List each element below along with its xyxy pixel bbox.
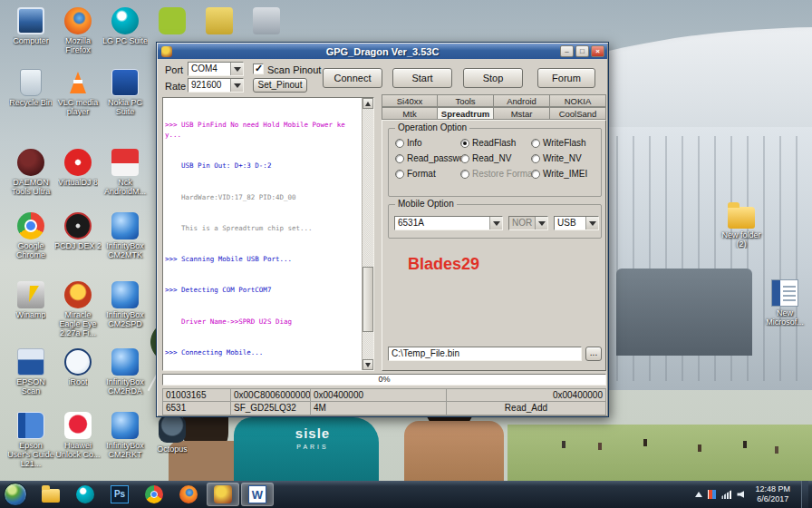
desktop-icon-recycle-bin[interactable]: Recycle Bin bbox=[7, 69, 54, 107]
desktop-icon-nck-android[interactable]: Nck AndroidM... bbox=[102, 149, 149, 196]
tab-mtk[interactable]: Mtk bbox=[382, 107, 438, 120]
desktop-icon-infinitybox-cm2mtk[interactable]: InfinityBox CM2MTK bbox=[102, 212, 149, 259]
desktop-icon-daemon-tools[interactable]: DAEMON Tools Ultra bbox=[7, 149, 54, 196]
desktop-icon-iroot[interactable]: iRoot bbox=[54, 348, 102, 386]
rate-combobox[interactable]: 921600 bbox=[188, 78, 244, 93]
desktop-icon-lg-pc-suite[interactable]: LG PC Suite bbox=[102, 7, 149, 45]
radio-format[interactable]: Format bbox=[395, 169, 460, 179]
desktop-icon-octopus[interactable]: Octopus bbox=[149, 415, 196, 454]
firefox-icon bbox=[179, 485, 198, 503]
log-panel[interactable]: >>> USB PinFind No need Hold Mobile Powe… bbox=[162, 97, 374, 371]
desktop-icon-infinitybox-cm2spd[interactable]: InfinityBox CM2SPD bbox=[102, 281, 149, 328]
desktop-icon-pcdj[interactable]: PCDJ DEX 2 bbox=[54, 212, 102, 250]
scroll-up-icon[interactable] bbox=[362, 98, 373, 109]
scan-pinout-checkbox[interactable] bbox=[253, 64, 264, 74]
chrome-icon bbox=[17, 212, 44, 239]
desktop-icon-firefox[interactable]: Mozilla Firefox bbox=[54, 7, 102, 54]
radio-write-nv[interactable]: Write_NV bbox=[531, 153, 597, 163]
desktop-icon-new-folder[interactable]: New folder (2) bbox=[718, 203, 765, 249]
desktop-icon-computer[interactable]: Computer bbox=[7, 7, 54, 45]
desktop-icon-nokia-pc-suite[interactable]: Nokia PC Suite bbox=[102, 69, 149, 116]
desktop-icon-infinitybox-cm2rda[interactable]: InfinityBox CM2RDA bbox=[102, 348, 149, 396]
desktop-icon-huawei-unlock[interactable]: Huawei Unlock Co... bbox=[54, 412, 102, 459]
tab-coolsand[interactable]: CoolSand bbox=[550, 107, 606, 120]
start-button[interactable]: Start bbox=[392, 68, 452, 88]
radio-icon[interactable] bbox=[395, 154, 404, 163]
taskbar-chrome[interactable] bbox=[138, 483, 170, 506]
save-path-field[interactable]: C:\Temp_File.bin bbox=[388, 347, 582, 361]
spreadtrum-tab-page: Operation Option Info ReadFlash WriteFla… bbox=[382, 120, 606, 371]
radio-selected-icon[interactable] bbox=[460, 139, 469, 148]
desktop-icon-label: InfinityBox CM2RDA bbox=[102, 377, 149, 396]
radio-icon[interactable] bbox=[395, 139, 404, 148]
desktop-icon-epson-guide[interactable]: Epson User's Guide L21... bbox=[7, 412, 54, 468]
radio-read-password[interactable]: Read_passwo bbox=[395, 153, 460, 163]
desktop-icon-unknown-2[interactable] bbox=[243, 7, 290, 34]
taskbar-firefox[interactable] bbox=[172, 483, 205, 506]
desktop-icon-new-word-doc[interactable]: New Microsof... bbox=[761, 279, 808, 327]
title-bar[interactable]: GPG_Dragon Ver_3.53C – □ × bbox=[158, 44, 607, 59]
port-combobox[interactable]: COM4 bbox=[188, 62, 244, 76]
status-row-1: 01003165 0x00C8006000000000 0x00400000 0… bbox=[162, 388, 606, 402]
taskbar-photoshop[interactable]: Ps bbox=[103, 483, 136, 506]
radio-icon[interactable] bbox=[531, 154, 540, 163]
desktop-icon-epson-scan[interactable]: EPSON Scan bbox=[7, 348, 54, 396]
desktop-icon-label: VirtualDJ 8 bbox=[58, 178, 98, 187]
volume-icon[interactable] bbox=[737, 491, 744, 498]
connect-button[interactable]: Connect bbox=[323, 68, 382, 88]
radio-icon[interactable] bbox=[460, 154, 469, 163]
show-desktop-button[interactable] bbox=[801, 481, 808, 508]
minimize-button[interactable]: – bbox=[560, 45, 574, 57]
taskbar-word[interactable]: W bbox=[241, 483, 274, 506]
taskbar-gpg-dragon[interactable] bbox=[207, 483, 239, 506]
chevron-down-icon[interactable] bbox=[585, 217, 598, 230]
operation-option-group: Operation Option Info ReadFlash WriteFla… bbox=[388, 128, 602, 197]
taskbar-clock[interactable]: 12:48 PM 6/6/2017 bbox=[749, 484, 796, 504]
desktop-icon-winamp[interactable]: Winamp bbox=[7, 281, 54, 319]
desktop-icon-android-app[interactable] bbox=[149, 7, 196, 34]
scrollbar-thumb[interactable] bbox=[362, 267, 373, 332]
desktop-icon-infinitybox-cm2rkt[interactable]: InfinityBox CM2RKT bbox=[102, 412, 149, 459]
action-center-icon[interactable] bbox=[708, 490, 716, 499]
show-hidden-icons-icon[interactable] bbox=[695, 492, 702, 497]
chip-combobox[interactable]: 6531A bbox=[394, 216, 503, 230]
desktop-icon-chrome[interactable]: Google Chrome bbox=[7, 212, 54, 259]
taskbar-lg-suite[interactable] bbox=[69, 483, 102, 506]
interface-combobox[interactable]: USB bbox=[554, 216, 599, 230]
chevron-down-icon[interactable] bbox=[230, 63, 243, 75]
radio-write-imei[interactable]: Write_IMEI bbox=[531, 169, 597, 179]
network-icon[interactable] bbox=[721, 490, 731, 499]
radio-read-nv[interactable]: Read_NV bbox=[460, 153, 531, 163]
wallpaper-distant-people bbox=[562, 441, 566, 448]
tab-spreadtrum[interactable]: Spreadtrum bbox=[438, 107, 494, 120]
log-scrollbar[interactable] bbox=[362, 98, 373, 370]
forum-button[interactable]: Forum bbox=[537, 68, 595, 88]
scroll-down-icon[interactable] bbox=[362, 359, 373, 370]
start-button[interactable] bbox=[4, 483, 27, 506]
radio-icon[interactable] bbox=[395, 170, 404, 179]
browse-button[interactable]: ... bbox=[585, 347, 602, 361]
taskbar-explorer[interactable] bbox=[34, 483, 67, 506]
chevron-down-icon[interactable] bbox=[230, 79, 243, 92]
tab-android[interactable]: Android bbox=[494, 94, 550, 107]
radio-info[interactable]: Info bbox=[395, 138, 460, 148]
desktop-icon-unknown-1[interactable] bbox=[196, 7, 243, 34]
desktop-icon-vlc[interactable]: VLC media player bbox=[54, 69, 102, 116]
desktop-icon-virtualdj[interactable]: VirtualDJ 8 bbox=[54, 149, 102, 187]
set-pinout-button[interactable]: Set_Pinout bbox=[253, 78, 307, 93]
radio-icon[interactable] bbox=[531, 139, 540, 148]
maximize-button[interactable]: □ bbox=[575, 45, 589, 57]
tab-tools[interactable]: Tools bbox=[438, 94, 494, 107]
stop-button[interactable]: Stop bbox=[463, 68, 523, 88]
infinitybox-icon bbox=[111, 412, 139, 439]
tab-mstar[interactable]: Mstar bbox=[494, 107, 550, 120]
desktop-icon-miracle-eagle-eye[interactable]: Miracle Eagle Eye 2.27a Fi... bbox=[54, 281, 102, 337]
tab-nokia[interactable]: NOKIA bbox=[550, 94, 606, 107]
radio-icon[interactable] bbox=[531, 170, 540, 179]
tab-si40xx[interactable]: Si40xx bbox=[382, 94, 438, 107]
close-button[interactable]: × bbox=[591, 45, 604, 57]
radio-writeflash[interactable]: WriteFlash bbox=[531, 138, 597, 148]
radio-readflash[interactable]: ReadFlash bbox=[460, 138, 531, 148]
photoshop-icon: Ps bbox=[111, 485, 129, 503]
chevron-down-icon[interactable] bbox=[489, 217, 502, 230]
